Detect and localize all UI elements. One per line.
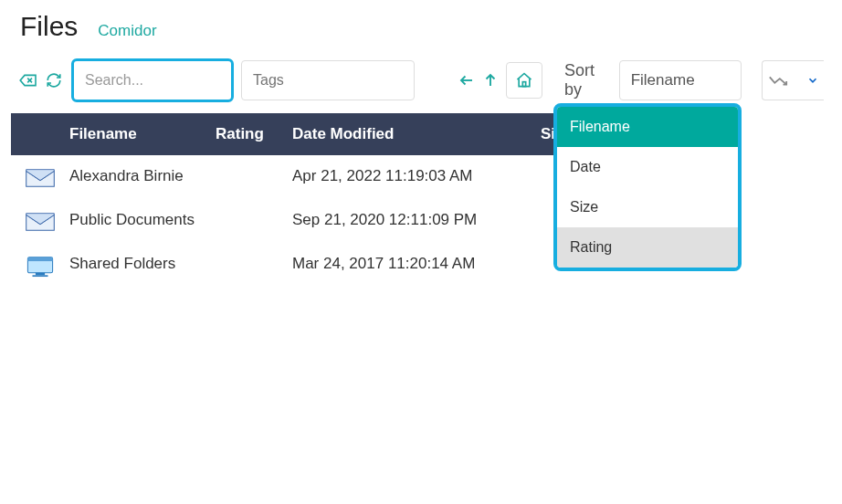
sort-option-size[interactable]: Size (557, 187, 738, 227)
table-row[interactable]: Shared FoldersMar 24, 2017 11:20:14 AM (11, 243, 592, 289)
table-row[interactable]: Alexandra BirnieApr 21, 2022 11:19:03 AM (11, 155, 592, 199)
col-header-filename[interactable]: Filename (69, 125, 216, 143)
svg-rect-11 (36, 273, 45, 276)
sort-option-rating[interactable]: Rating (557, 227, 738, 268)
sort-select-value: Filename (631, 71, 695, 89)
home-button[interactable] (506, 62, 542, 99)
chevron-down-icon[interactable] (806, 74, 819, 87)
row-filename: Shared Folders (69, 252, 216, 276)
col-header-date[interactable]: Date Modified (292, 125, 541, 143)
table-row[interactable]: Public DocumentsSep 21, 2020 12:11:09 PM (11, 199, 592, 243)
row-date: Sep 21, 2020 12:11:09 PM (292, 208, 541, 232)
search-input[interactable] (71, 58, 234, 102)
sort-select[interactable]: Filename (619, 60, 742, 100)
row-filename: Alexandra Birnie (69, 164, 216, 188)
svg-rect-12 (33, 275, 48, 277)
tags-input[interactable] (241, 60, 415, 100)
sort-dropdown: FilenameDateSizeRating (553, 103, 742, 271)
sort-direction-icon[interactable] (768, 74, 788, 87)
svg-rect-10 (27, 257, 52, 261)
sort-option-filename[interactable]: Filename (557, 107, 738, 147)
page-title: Files (20, 11, 78, 42)
folder-icon (11, 252, 69, 279)
col-header-rating[interactable]: Rating (216, 125, 292, 143)
svg-rect-4 (522, 82, 525, 87)
file-table: Filename Rating Date Modified Size Alexa… (11, 113, 592, 289)
back-icon[interactable] (458, 72, 477, 89)
table-header: Filename Rating Date Modified Size (11, 113, 592, 155)
row-date: Mar 24, 2017 11:20:14 AM (292, 252, 541, 276)
folder-icon (11, 208, 69, 234)
row-filename: Public Documents (69, 208, 216, 232)
refresh-icon[interactable] (44, 70, 64, 90)
row-date: Apr 21, 2022 11:19:03 AM (292, 164, 541, 188)
brand-link[interactable]: Comidor (98, 22, 156, 40)
sort-by-label: Sort by (564, 61, 605, 100)
folder-icon (11, 164, 69, 190)
delete-icon[interactable] (18, 70, 38, 90)
sort-option-date[interactable]: Date (557, 147, 738, 187)
up-icon[interactable] (482, 72, 500, 89)
